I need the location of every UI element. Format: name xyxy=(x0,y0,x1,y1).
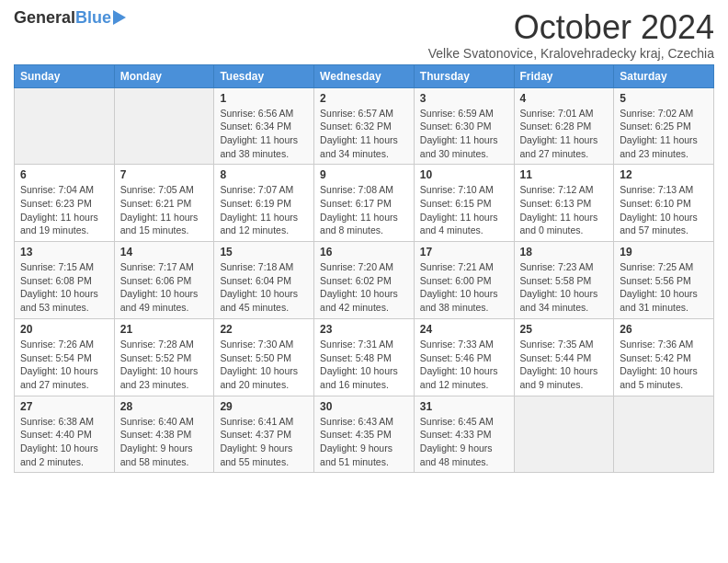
calendar-day-cell: 9Sunrise: 7:08 AM Sunset: 6:17 PM Daylig… xyxy=(314,165,415,242)
day-number: 29 xyxy=(220,400,308,413)
day-info: Sunrise: 7:28 AM Sunset: 5:52 PM Dayligh… xyxy=(120,338,209,392)
page-header: GeneralBlue October 2024 Velke Svatonovi… xyxy=(14,9,714,61)
logo-blue-text: Blue xyxy=(75,9,111,26)
calendar-day-cell: 22Sunrise: 7:30 AM Sunset: 5:50 PM Dayli… xyxy=(214,318,314,396)
day-number: 21 xyxy=(120,323,209,336)
day-number: 26 xyxy=(620,323,708,336)
calendar-day-cell: 19Sunrise: 7:25 AM Sunset: 5:56 PM Dayli… xyxy=(614,242,714,319)
calendar-day-cell: 13Sunrise: 7:15 AM Sunset: 6:08 PM Dayli… xyxy=(15,242,115,319)
calendar-day-cell: 10Sunrise: 7:10 AM Sunset: 6:15 PM Dayli… xyxy=(414,165,514,242)
day-number: 12 xyxy=(620,168,708,181)
calendar-table: SundayMondayTuesdayWednesdayThursdayFrid… xyxy=(14,64,714,474)
location-text: Velke Svatonovice, Kralovehradecky kraj,… xyxy=(428,46,714,61)
calendar-day-cell: 3Sunrise: 6:59 AM Sunset: 6:30 PM Daylig… xyxy=(414,87,514,165)
calendar-day-cell: 14Sunrise: 7:17 AM Sunset: 6:06 PM Dayli… xyxy=(114,242,214,319)
calendar-day-cell xyxy=(614,396,714,473)
calendar-week-row: 6Sunrise: 7:04 AM Sunset: 6:23 PM Daylig… xyxy=(15,165,714,242)
day-info: Sunrise: 7:12 AM Sunset: 6:13 PM Dayligh… xyxy=(520,183,609,237)
day-info: Sunrise: 6:38 AM Sunset: 4:40 PM Dayligh… xyxy=(20,415,108,469)
day-number: 31 xyxy=(420,400,508,413)
day-number: 15 xyxy=(220,246,308,259)
day-of-week-header: Friday xyxy=(514,64,614,87)
day-number: 11 xyxy=(520,168,609,181)
day-number: 16 xyxy=(320,246,408,259)
calendar-day-cell: 11Sunrise: 7:12 AM Sunset: 6:13 PM Dayli… xyxy=(514,165,614,242)
calendar-week-row: 1Sunrise: 6:56 AM Sunset: 6:34 PM Daylig… xyxy=(15,87,714,165)
day-info: Sunrise: 7:02 AM Sunset: 6:25 PM Dayligh… xyxy=(620,107,708,161)
day-info: Sunrise: 6:43 AM Sunset: 4:35 PM Dayligh… xyxy=(320,415,408,469)
day-info: Sunrise: 7:01 AM Sunset: 6:28 PM Dayligh… xyxy=(520,107,609,161)
day-of-week-header: Sunday xyxy=(15,64,115,87)
calendar-day-cell xyxy=(15,87,115,165)
calendar-day-cell: 30Sunrise: 6:43 AM Sunset: 4:35 PM Dayli… xyxy=(314,396,415,473)
day-info: Sunrise: 6:57 AM Sunset: 6:32 PM Dayligh… xyxy=(320,107,408,161)
logo-arrow-icon xyxy=(113,10,126,25)
calendar-week-row: 27Sunrise: 6:38 AM Sunset: 4:40 PM Dayli… xyxy=(15,396,714,473)
day-info: Sunrise: 7:21 AM Sunset: 6:00 PM Dayligh… xyxy=(420,260,508,315)
day-number: 25 xyxy=(520,323,609,336)
calendar-day-cell: 23Sunrise: 7:31 AM Sunset: 5:48 PM Dayli… xyxy=(314,318,415,396)
calendar-body: 1Sunrise: 6:56 AM Sunset: 6:34 PM Daylig… xyxy=(15,87,714,473)
calendar-week-row: 20Sunrise: 7:26 AM Sunset: 5:54 PM Dayli… xyxy=(15,318,714,396)
day-info: Sunrise: 7:17 AM Sunset: 6:06 PM Dayligh… xyxy=(120,260,209,315)
day-number: 2 xyxy=(320,92,408,105)
day-number: 9 xyxy=(320,168,408,181)
calendar-day-cell: 27Sunrise: 6:38 AM Sunset: 4:40 PM Dayli… xyxy=(15,396,115,473)
day-of-week-header: Tuesday xyxy=(214,64,314,87)
day-info: Sunrise: 7:07 AM Sunset: 6:19 PM Dayligh… xyxy=(220,183,308,237)
day-info: Sunrise: 7:13 AM Sunset: 6:10 PM Dayligh… xyxy=(620,183,708,237)
calendar-day-cell: 25Sunrise: 7:35 AM Sunset: 5:44 PM Dayli… xyxy=(514,318,614,396)
calendar-day-cell: 8Sunrise: 7:07 AM Sunset: 6:19 PM Daylig… xyxy=(214,165,314,242)
day-info: Sunrise: 6:59 AM Sunset: 6:30 PM Dayligh… xyxy=(420,107,508,161)
day-info: Sunrise: 6:41 AM Sunset: 4:37 PM Dayligh… xyxy=(220,415,308,469)
calendar-day-cell xyxy=(514,396,614,473)
day-number: 23 xyxy=(320,323,408,336)
day-number: 3 xyxy=(420,92,508,105)
day-number: 18 xyxy=(520,246,609,259)
calendar-day-cell: 31Sunrise: 6:45 AM Sunset: 4:33 PM Dayli… xyxy=(414,396,514,473)
day-of-week-header: Saturday xyxy=(614,64,714,87)
day-info: Sunrise: 7:05 AM Sunset: 6:21 PM Dayligh… xyxy=(120,183,209,237)
day-number: 28 xyxy=(120,400,209,413)
calendar-day-cell: 15Sunrise: 7:18 AM Sunset: 6:04 PM Dayli… xyxy=(214,242,314,319)
day-info: Sunrise: 7:04 AM Sunset: 6:23 PM Dayligh… xyxy=(20,183,108,237)
day-number: 30 xyxy=(320,400,408,413)
calendar-day-cell: 1Sunrise: 6:56 AM Sunset: 6:34 PM Daylig… xyxy=(214,87,314,165)
day-of-week-header: Thursday xyxy=(414,64,514,87)
calendar-day-cell: 17Sunrise: 7:21 AM Sunset: 6:00 PM Dayli… xyxy=(414,242,514,319)
title-block: October 2024 Velke Svatonovice, Kraloveh… xyxy=(428,9,714,61)
calendar-day-cell: 29Sunrise: 6:41 AM Sunset: 4:37 PM Dayli… xyxy=(214,396,314,473)
day-info: Sunrise: 6:40 AM Sunset: 4:38 PM Dayligh… xyxy=(120,415,209,469)
day-info: Sunrise: 6:56 AM Sunset: 6:34 PM Dayligh… xyxy=(220,107,308,161)
day-number: 7 xyxy=(120,168,209,181)
day-info: Sunrise: 7:35 AM Sunset: 5:44 PM Dayligh… xyxy=(520,338,609,392)
day-number: 14 xyxy=(120,246,209,259)
calendar-day-cell: 12Sunrise: 7:13 AM Sunset: 6:10 PM Dayli… xyxy=(614,165,714,242)
calendar-day-cell: 16Sunrise: 7:20 AM Sunset: 6:02 PM Dayli… xyxy=(314,242,415,319)
logo-general-text: General xyxy=(14,9,75,26)
day-info: Sunrise: 7:30 AM Sunset: 5:50 PM Dayligh… xyxy=(220,338,308,392)
calendar-day-cell: 26Sunrise: 7:36 AM Sunset: 5:42 PM Dayli… xyxy=(614,318,714,396)
day-info: Sunrise: 7:08 AM Sunset: 6:17 PM Dayligh… xyxy=(320,183,408,237)
day-of-week-header: Monday xyxy=(114,64,214,87)
calendar-day-cell: 24Sunrise: 7:33 AM Sunset: 5:46 PM Dayli… xyxy=(414,318,514,396)
day-number: 1 xyxy=(220,92,308,105)
header-row: SundayMondayTuesdayWednesdayThursdayFrid… xyxy=(15,64,714,87)
day-number: 22 xyxy=(220,323,308,336)
day-of-week-header: Wednesday xyxy=(314,64,415,87)
calendar-day-cell: 21Sunrise: 7:28 AM Sunset: 5:52 PM Dayli… xyxy=(114,318,214,396)
day-info: Sunrise: 7:10 AM Sunset: 6:15 PM Dayligh… xyxy=(420,183,508,237)
calendar-day-cell: 6Sunrise: 7:04 AM Sunset: 6:23 PM Daylig… xyxy=(15,165,115,242)
calendar-day-cell: 2Sunrise: 6:57 AM Sunset: 6:32 PM Daylig… xyxy=(314,87,415,165)
day-number: 4 xyxy=(520,92,609,105)
day-info: Sunrise: 7:18 AM Sunset: 6:04 PM Dayligh… xyxy=(220,260,308,315)
calendar-week-row: 13Sunrise: 7:15 AM Sunset: 6:08 PM Dayli… xyxy=(15,242,714,319)
day-number: 6 xyxy=(20,168,108,181)
day-info: Sunrise: 7:26 AM Sunset: 5:54 PM Dayligh… xyxy=(20,338,108,392)
calendar-header: SundayMondayTuesdayWednesdayThursdayFrid… xyxy=(15,64,714,87)
day-number: 8 xyxy=(220,168,308,181)
day-number: 19 xyxy=(620,246,708,259)
calendar-day-cell: 18Sunrise: 7:23 AM Sunset: 5:58 PM Dayli… xyxy=(514,242,614,319)
day-number: 10 xyxy=(420,168,508,181)
day-number: 17 xyxy=(420,246,508,259)
